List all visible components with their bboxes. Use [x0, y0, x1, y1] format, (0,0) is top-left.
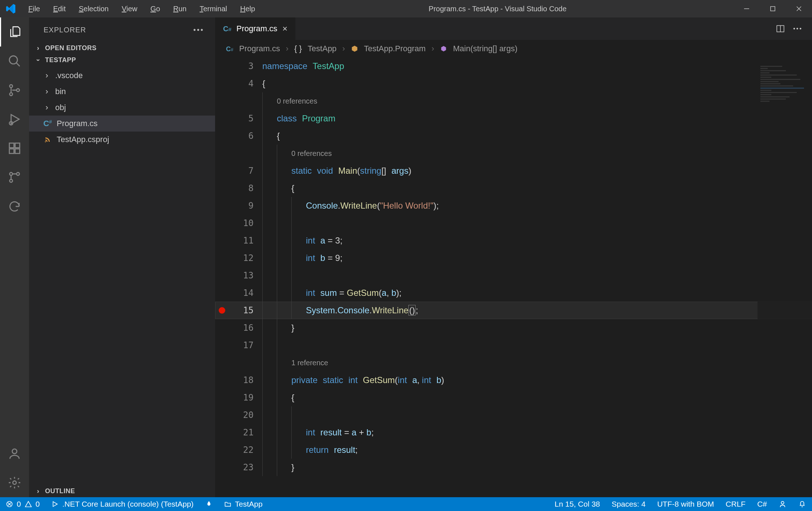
source-control-icon[interactable] — [0, 76, 29, 105]
explorer-title: EXPLORER — [44, 26, 86, 34]
line-number: 19 — [226, 393, 262, 403]
line-number: 20 — [226, 410, 262, 420]
line-number: 8 — [226, 183, 262, 193]
svg-point-15 — [17, 173, 20, 176]
status-bar: 0 0 .NET Core Launch (console) (TestApp)… — [0, 497, 812, 511]
breadcrumb-namespace[interactable]: TestApp — [308, 44, 337, 53]
breadcrumb-method[interactable]: Main(string[] args) — [453, 44, 517, 53]
line-number: 6 — [226, 131, 262, 141]
folder-vscode[interactable]: ›.vscode — [29, 68, 215, 84]
breadcrumb-file[interactable]: Program.cs — [239, 44, 280, 53]
window-title: Program.cs - TestApp - Visual Studio Cod… — [262, 5, 734, 13]
folder-label: obj — [55, 103, 66, 112]
status-folder[interactable]: TestApp — [218, 497, 268, 511]
project-section[interactable]: › TESTAPP — [29, 54, 215, 66]
open-editors-section[interactable]: › OPEN EDITORS — [29, 42, 215, 54]
line-number: 9 — [226, 201, 262, 211]
breadcrumb-class[interactable]: TestApp.Program — [364, 44, 426, 53]
chevron-right-icon: › — [35, 44, 41, 52]
svg-rect-12 — [15, 149, 20, 154]
editor-area: C# Program.cs × ••• C# Program.cs › { } … — [215, 17, 812, 497]
breakpoint-icon[interactable] — [219, 307, 225, 314]
tab-label: Program.cs — [237, 24, 277, 33]
codelens-references[interactable]: 1 reference — [291, 359, 328, 367]
codelens-references[interactable]: 0 references — [291, 149, 332, 158]
folder-bin[interactable]: ›bin — [29, 84, 215, 100]
explorer-more-icon[interactable]: ••• — [193, 26, 204, 34]
status-launch-config[interactable]: .NET Core Launch (console) (TestApp) — [45, 497, 199, 511]
file-label: TestApp.csproj — [57, 135, 109, 144]
svg-point-16 — [10, 180, 13, 182]
search-icon[interactable] — [0, 47, 29, 76]
split-editor-icon[interactable] — [776, 24, 785, 33]
editor-tabs: C# Program.cs × ••• — [215, 17, 812, 40]
line-number: 18 — [226, 375, 262, 385]
line-number: 22 — [226, 445, 262, 455]
status-eol[interactable]: CRLF — [720, 497, 751, 511]
chevron-right-icon: › — [35, 487, 41, 495]
status-encoding[interactable]: UTF-8 with BOM — [651, 497, 720, 511]
outline-label: OUTLINE — [45, 487, 75, 495]
status-language[interactable]: C# — [751, 497, 773, 511]
folder-label: bin — [55, 87, 66, 96]
status-indentation[interactable]: Spaces: 4 — [606, 497, 651, 511]
menu-run[interactable]: RunRun — [167, 0, 193, 17]
svg-rect-10 — [9, 143, 14, 148]
status-hot-reload[interactable] — [199, 497, 218, 511]
file-csproj[interactable]: TestApp.csproj — [29, 132, 215, 148]
csharp-file-icon: C# — [44, 119, 52, 128]
run-debug-icon[interactable] — [0, 105, 29, 134]
line-number: 3 — [226, 61, 262, 71]
line-number: 12 — [226, 253, 262, 263]
chevron-down-icon: › — [35, 57, 42, 64]
close-window-button[interactable] — [786, 0, 812, 17]
svg-point-7 — [10, 93, 13, 96]
status-notifications-icon[interactable] — [792, 497, 812, 511]
braces-icon: { } — [294, 44, 302, 53]
menu-help[interactable]: HelpHelp — [234, 0, 262, 17]
code-editor[interactable]: 3namespace TestApp 4{ 0 references 5clas… — [215, 57, 812, 497]
menu-selection[interactable]: SelectionSelection — [72, 0, 115, 17]
explorer-sidebar: EXPLORER ••• › OPEN EDITORS › TESTAPP ›.… — [29, 17, 215, 497]
extensions-icon[interactable] — [0, 134, 29, 163]
svg-rect-11 — [9, 149, 14, 154]
outline-section[interactable]: › OUTLINE — [29, 485, 215, 497]
menu-go[interactable]: GoGo — [144, 0, 167, 17]
line-number: 5 — [226, 113, 262, 124]
breadcrumbs[interactable]: C# Program.cs › { } TestApp › TestApp.Pr… — [215, 40, 812, 57]
rss-file-icon — [44, 136, 52, 143]
minimap[interactable] — [758, 57, 812, 497]
launch-config-label: .NET Core Launch (console) (TestApp) — [62, 500, 193, 508]
sync-icon[interactable] — [0, 192, 29, 221]
settings-gear-icon[interactable] — [0, 468, 29, 497]
menu-bar: FFileile EditEdit SelectionSelection Vie… — [22, 0, 262, 17]
minimize-button[interactable] — [734, 0, 760, 17]
maximize-button[interactable] — [760, 0, 786, 17]
svg-point-4 — [9, 56, 17, 64]
status-problems[interactable]: 0 0 — [0, 497, 45, 511]
menu-edit[interactable]: EditEdit — [47, 0, 72, 17]
line-number: 4 — [226, 79, 262, 89]
editor-more-icon[interactable]: ••• — [793, 25, 803, 32]
file-label: Program.cs — [57, 119, 97, 128]
file-program-cs[interactable]: C# Program.cs — [29, 116, 215, 132]
menu-file[interactable]: FFileile — [22, 0, 47, 17]
tab-program-cs[interactable]: C# Program.cs × — [215, 17, 296, 40]
close-tab-icon[interactable]: × — [282, 24, 287, 34]
svg-rect-1 — [771, 7, 775, 11]
accounts-icon[interactable] — [0, 439, 29, 468]
git-branches-icon[interactable] — [0, 163, 29, 192]
svg-rect-13 — [15, 143, 20, 148]
status-feedback-icon[interactable] — [773, 497, 792, 511]
menu-terminal[interactable]: TerminalTerminal — [193, 0, 234, 17]
status-cursor-position[interactable]: Ln 15, Col 38 — [549, 497, 606, 511]
explorer-icon[interactable] — [0, 17, 29, 47]
menu-view[interactable]: ViewView — [115, 0, 144, 17]
svg-line-5 — [16, 63, 20, 67]
folder-obj[interactable]: ›obj — [29, 100, 215, 116]
project-label: TESTAPP — [45, 56, 76, 64]
codelens-references[interactable]: 0 references — [277, 97, 317, 105]
line-number: 10 — [226, 218, 262, 228]
line-number: 7 — [226, 166, 262, 176]
line-number: 16 — [226, 323, 262, 333]
